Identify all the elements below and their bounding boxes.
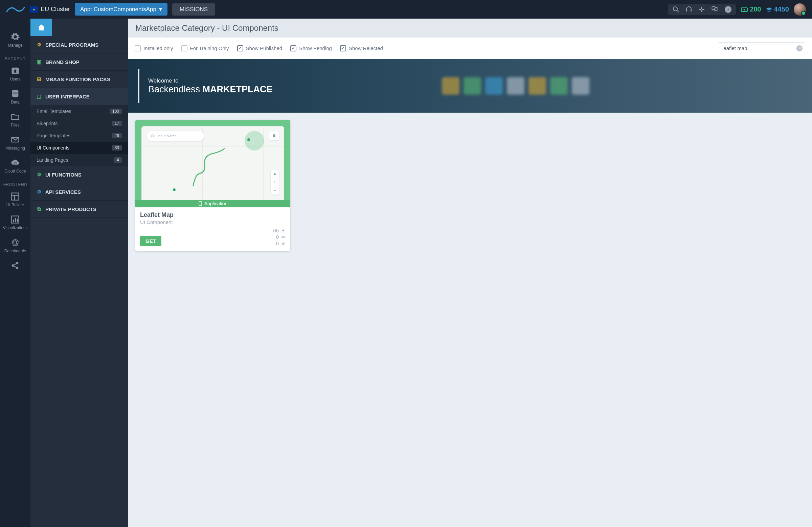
main-content: Marketplace Category - UI Components Ins… [128, 19, 812, 527]
app-selector-label: App: CustomComponentsApp [80, 6, 156, 13]
clear-search-icon[interactable]: ✕ [796, 45, 802, 52]
search-wrap: ✕ [718, 42, 805, 54]
cluster-label: EU Cluster [41, 6, 70, 13]
download-icon [281, 228, 286, 233]
section-user-interface[interactable]: ▢ USER INTERFACE [30, 88, 128, 105]
rail-visualizations[interactable]: Visualizations [3, 215, 27, 230]
star-icon [281, 241, 286, 246]
results-grid: Input Name ≡ ➤ + [128, 113, 812, 259]
gears-icon: ⚙ [36, 42, 42, 48]
ui-sub-items: Email Templates 100 Blueprints 17 Page T… [30, 105, 128, 166]
app-selector[interactable]: App: CustomComponentsApp ▾ [75, 3, 168, 16]
rail-files[interactable]: Files [11, 112, 20, 128]
map-menu-icon: ≡ [269, 131, 279, 141]
section-mbaas-packs[interactable]: ⊞ MBAAS FUNCTION PACKS [30, 71, 128, 88]
plus-box-icon: ⊞ [36, 76, 42, 82]
layout-icon [11, 192, 20, 201]
nav-rail: Manage BACKEND Users Data Files Messagin… [0, 19, 30, 527]
filter-installed-only[interactable]: Installed only [135, 45, 173, 52]
svg-point-11 [14, 70, 17, 72]
map-path [161, 143, 259, 195]
map-search-mock: Input Name [147, 131, 204, 141]
rail-cloud-code[interactable]: </> Cloud Code [4, 158, 26, 174]
shop-icon: ▣ [36, 59, 42, 65]
graduation-icon [765, 7, 773, 12]
hero-welcome: Welcome to [148, 77, 273, 84]
topbar-icon-group: i [668, 4, 736, 15]
sidebar: ⚙ SPECIAL PROGRAMS ▣ BRAND SHOP ⊞ MBAAS … [30, 19, 128, 527]
get-button[interactable]: GET [140, 236, 161, 246]
eu-flag-icon: ★ [30, 6, 38, 13]
search-icon[interactable] [672, 6, 679, 13]
home-button[interactable] [30, 19, 52, 36]
filter-show-rejected[interactable]: Show Rejected [340, 45, 383, 52]
home-icon [37, 23, 46, 32]
rail-dashboards[interactable]: Dashboards [4, 238, 26, 253]
svg-point-9 [744, 9, 745, 11]
hero-blur-bg [436, 59, 812, 113]
chat-icon[interactable] [711, 6, 719, 13]
gears-icon: ⚙ [36, 189, 42, 195]
phone-icon [198, 201, 202, 206]
sub-landing-pages[interactable]: Landing Pages 4 [30, 154, 128, 166]
logo-icon[interactable] [6, 5, 25, 14]
svg-line-31 [153, 137, 154, 138]
filter-show-published[interactable]: Show Published [237, 45, 282, 52]
rail-share[interactable] [11, 261, 20, 270]
section-brand-shop[interactable]: ▣ BRAND SHOP [30, 54, 128, 71]
chart-icon [11, 215, 20, 224]
card-subtitle: UI Component [140, 219, 286, 225]
rail-users[interactable]: Users [10, 66, 20, 82]
filters-row: Installed only For Training Only Show Pu… [128, 38, 812, 59]
search-input[interactable] [718, 42, 805, 54]
svg-line-1 [677, 11, 679, 12]
sub-email-templates[interactable]: Email Templates 100 [30, 105, 128, 117]
zoom-out-icon: − [271, 186, 279, 194]
page-title: Marketplace Category - UI Components [128, 19, 812, 38]
section-ui-functions[interactable]: ⚙ UI FUNCTIONS [30, 166, 128, 183]
map-controls: ➤ + − [271, 170, 279, 194]
headset-icon[interactable] [685, 6, 692, 13]
section-special-programs[interactable]: ⚙ SPECIAL PROGRAMS [30, 36, 128, 54]
rail-header-frontend: FRONTEND [3, 182, 27, 187]
section-private-products[interactable]: ⧉ PRIVATE PRODUCTS [30, 201, 128, 218]
product-card-leaflet-map[interactable]: Input Name ≡ ➤ + [135, 120, 290, 251]
cloud-code-icon: </> [11, 158, 20, 167]
users-icon [11, 66, 20, 75]
filter-training-only[interactable]: For Training Only [182, 45, 229, 52]
search-icon [151, 134, 155, 138]
svg-rect-21 [15, 218, 16, 222]
radar-icon [11, 238, 20, 247]
svg-line-29 [14, 266, 16, 267]
hero-banner: Welcome to Backendless MARKETPLACE [128, 59, 812, 113]
rail-data[interactable]: Data [11, 89, 20, 104]
rail-ui-builder[interactable]: UI Builder [6, 192, 24, 207]
svg-point-13 [12, 92, 19, 94]
sub-page-templates[interactable]: Page Templates 26 [30, 130, 128, 142]
cluster-selector[interactable]: ★ EU Cluster [30, 6, 70, 13]
hero-title: Backendless MARKETPLACE [148, 84, 273, 95]
filter-show-pending[interactable]: Show Pending [290, 45, 332, 52]
envelope-icon [11, 135, 20, 144]
svg-marker-24 [14, 240, 17, 244]
missions-button[interactable]: MISSIONS [172, 3, 215, 16]
info-icon[interactable]: i [725, 6, 731, 13]
rail-manage[interactable]: Manage [8, 32, 22, 48]
svg-rect-22 [17, 219, 18, 222]
slack-icon[interactable] [698, 6, 705, 13]
svg-text:</>: </> [13, 162, 17, 165]
money-credit[interactable]: 200 [741, 5, 761, 13]
sub-blueprints[interactable]: Blueprints 17 [30, 117, 128, 130]
gear-icon [11, 32, 20, 42]
svg-point-30 [151, 135, 154, 137]
grad-credit[interactable]: 4450 [765, 5, 789, 13]
section-api-services[interactable]: ⚙ API SERVICES [30, 183, 128, 201]
gears-icon: ⚙ [36, 172, 42, 178]
money-icon [741, 7, 749, 12]
card-stats: 65 0 0 [273, 228, 286, 246]
locate-icon: ➤ [271, 170, 279, 178]
sub-ui-components[interactable]: UI Components 89 [30, 142, 128, 154]
share-icon [11, 261, 20, 270]
avatar[interactable] [794, 3, 806, 16]
rail-messaging[interactable]: Messaging [5, 135, 25, 150]
